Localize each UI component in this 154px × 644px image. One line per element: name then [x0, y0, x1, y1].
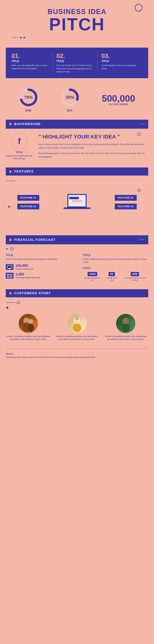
financial-left: TITLE Insert a short sentence that brief…: [6, 254, 75, 282]
customer-photo-3: [116, 314, 135, 333]
svg-rect-11: [9, 268, 11, 269]
background-right: " HIGHLIGHT YOUR KEY IDEA " Insert a key…: [39, 134, 148, 161]
arrow-right-icon: ►►: [20, 36, 27, 40]
footer-source-text: remember to give credit to your resource…: [6, 356, 148, 359]
fin-visits-info: 100,000 unique visits/month: [16, 264, 34, 270]
header-title: PITCH: [4, 16, 150, 33]
footer: Source: remember to give credit to your …: [6, 348, 148, 364]
laptop-illustration: [56, 187, 98, 226]
features-left-arrow: ►: [8, 204, 12, 209]
fin-right-title1: TITLE: [83, 254, 148, 256]
svg-point-18: [28, 319, 33, 324]
info-text-3: Include details for the icons and data b…: [101, 64, 139, 70]
wavy-decoration: ~~~: [12, 35, 17, 40]
footer-source-label: Source:: [6, 353, 148, 355]
fin-visits-row: 100,000 unique visits/month: [6, 264, 71, 270]
financial-content-wrapper: ► TITLE Insert a short sentence that bri…: [6, 244, 148, 287]
svg-rect-25: [122, 324, 129, 330]
features-triangle-icon: [10, 170, 12, 173]
small-circle-icon: [137, 133, 140, 136]
svg-rect-9: [71, 208, 83, 208]
stat-active-users: 500,000 ACTIVE USERS: [102, 94, 135, 106]
background-content-wrapper: f TITLE Replace circle above with your b…: [6, 129, 148, 166]
fin-small-circle: [11, 248, 14, 250]
svg-rect-12: [9, 269, 11, 269]
b2c-label: B2C: [60, 109, 79, 112]
info-item-3: 03. TITLE Include details for the icons …: [98, 52, 142, 73]
svg-rect-10: [7, 265, 12, 268]
features-circle-outline: [137, 188, 140, 192]
fin-metric-1: 0.45% average conversation rate: [83, 272, 102, 282]
monitor-icon: [6, 264, 14, 270]
fin-metrics-row: 0.45% average conversation rate 5% month…: [83, 272, 148, 282]
svg-line-15: [11, 276, 12, 277]
svg-point-22: [75, 317, 79, 320]
background-content: f TITLE Replace circle above with your b…: [6, 129, 148, 166]
fin-visits-value: 100,000: [16, 264, 34, 268]
triangle-icon: [10, 122, 12, 126]
financial-section-waves: ~~~: [139, 238, 144, 242]
decoration-circle-bg: [137, 132, 140, 136]
features-center: ► FEATURE 01 FEATURE 02: [6, 185, 148, 228]
info-number-1: 01.: [12, 52, 49, 60]
customer-avatar-1: [20, 315, 37, 332]
features-content-wrapper: ~~~~~ ►: [6, 176, 148, 233]
fin-leads-label: new leads captured/month: [16, 276, 40, 279]
customer-text-2: Include a compelling customer story that…: [55, 335, 99, 341]
info-number-2: 02.: [56, 52, 94, 60]
features-wavy-row: ~~~~~: [6, 178, 148, 184]
logo-circle: f: [12, 134, 27, 149]
features-section-header: FEATURES: [6, 168, 148, 176]
financial-triangle-icon: [10, 238, 12, 242]
email-icon: [6, 273, 14, 278]
fin-metric-label-1: average conversation rate: [83, 277, 102, 282]
svg-rect-7: [72, 200, 82, 202]
fin-leads-info: 1,000 new leads captured/month: [16, 272, 40, 279]
background-logo-title: TITLE: [6, 151, 33, 154]
financial-right: TITLE Further explain the forecast of yo…: [79, 254, 148, 282]
header: BUSINESS IDEA PITCH ~~~ ►►: [0, 0, 154, 44]
customer-text-3: Include a compelling customer story that…: [103, 335, 148, 341]
financial-section-header: FINANCIAL FORECAST ~~~: [6, 235, 148, 244]
fin-metric-value-1: 0.45%: [88, 272, 97, 276]
active-users-value: 500,000: [102, 94, 135, 103]
customers-wavy: ~~~~~: [6, 300, 15, 305]
active-users-label: ACTIVE USERS: [102, 103, 135, 106]
highlight-quote: " HIGHLIGHT YOUR KEY IDEA ": [39, 134, 148, 140]
fin-left-title: TITLE: [6, 254, 71, 256]
background-text-2: Answer the questions of why, how and wha…: [39, 152, 148, 158]
customers-grid: Include a compelling customer story that…: [6, 314, 148, 341]
fin-metric-label-2: monthly churn rate: [105, 277, 119, 282]
features-wavy: ~~~~~: [6, 178, 15, 184]
fin-metric-3: $250 is average revenue per user (ARPU): [121, 272, 148, 282]
svg-line-14: [7, 276, 9, 277]
fin-leads-row: 1,000 new leads captured/month: [6, 272, 71, 279]
customers-section-title: CUSTOMERS STORY: [14, 292, 51, 295]
background-text-1: Insert a key business idea in your infog…: [39, 143, 148, 150]
feature-03-badge: FEATURE 03: [115, 195, 137, 201]
financial-content: TITLE Insert a short sentence that brief…: [6, 254, 148, 282]
info-number-3: 03.: [101, 52, 139, 60]
svg-point-19: [28, 324, 34, 332]
svg-point-23: [122, 318, 129, 324]
info-item-1: 01. TITLE Here, you can elaborate more o…: [12, 52, 53, 73]
feature-04-badge: FEATURE 04: [115, 204, 137, 209]
fin-metric-value-3: $250: [131, 272, 139, 276]
background-section-title: BACKGROUND: [14, 122, 41, 126]
fin-visits-label: unique visits/month: [16, 268, 34, 270]
background-section-header: BACKGROUND ~~~: [6, 120, 148, 129]
customer-item-1: Include a compelling customer story that…: [6, 314, 51, 341]
circle-outline-icon: [137, 188, 140, 192]
info-block: 01. TITLE Here, you can elaborate more o…: [6, 48, 148, 78]
header-subtitle: BUSINESS IDEA: [4, 8, 150, 16]
customer-avatar-2: [68, 315, 86, 332]
info-text-1: Here, you can elaborate more on your ide…: [12, 64, 49, 70]
info-title-1: TITLE: [12, 60, 49, 62]
svg-rect-6: [69, 197, 79, 199]
svg-point-21: [73, 324, 81, 332]
financial-arrow-row: ►: [6, 247, 148, 251]
fin-metric-value-2: 5%: [109, 272, 115, 276]
info-title-2: TITLE: [56, 60, 94, 62]
fin-right-text1: Further explain the forecast of your bus…: [83, 258, 148, 264]
stat-b2c: 30% B2C: [60, 88, 79, 112]
